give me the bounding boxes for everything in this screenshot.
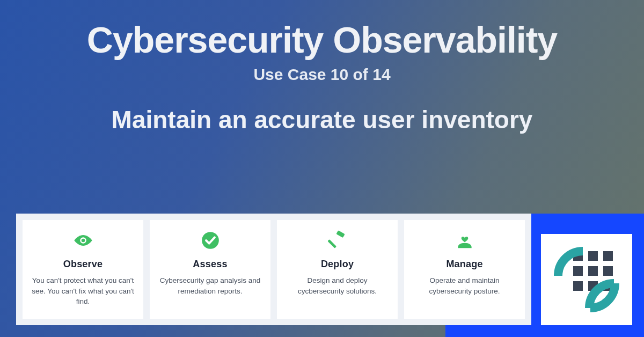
card-desc: Operate and maintain cybersecurity postu… — [412, 275, 517, 296]
svg-rect-7 — [603, 251, 613, 261]
card-desc: Design and deploy cycbersecurity solutio… — [284, 275, 390, 296]
card-title: Manage — [446, 259, 482, 270]
card-observe: Observe You can't protect what you can't… — [23, 220, 143, 319]
page-subtitle: Use Case 10 of 14 — [0, 65, 644, 84]
check-icon — [200, 230, 221, 251]
svg-rect-6 — [588, 251, 598, 261]
eye-icon — [72, 230, 94, 251]
card-desc: Cybersecurity gap analysis and remediati… — [157, 275, 263, 296]
svg-point-1 — [81, 239, 85, 243]
svg-rect-9 — [588, 266, 598, 276]
hammer-icon — [327, 230, 348, 251]
card-desc: You can't protect what you can't see. Yo… — [30, 275, 136, 307]
header-block: Cybersecurity Observability Use Case 10 … — [0, 21, 644, 84]
company-logo-icon — [552, 245, 621, 314]
svg-point-2 — [202, 232, 219, 249]
card-assess: Assess Cybersecurity gap analysis and re… — [150, 220, 270, 319]
cards-container: Observe You can't protect what you can't… — [16, 214, 531, 325]
heart-hand-icon — [454, 230, 475, 251]
card-title: Observe — [63, 259, 103, 270]
card-title: Deploy — [321, 259, 354, 270]
logo-box — [541, 234, 632, 325]
page-title: Cybersecurity Observability — [0, 21, 644, 58]
card-manage: Manage Operate and maintain cybersecurit… — [404, 220, 525, 319]
slide-canvas: Cybersecurity Observability Use Case 10 … — [0, 0, 644, 337]
svg-rect-8 — [573, 266, 583, 276]
svg-rect-3 — [336, 230, 345, 238]
card-title: Assess — [193, 259, 227, 270]
svg-rect-11 — [573, 281, 583, 291]
card-deploy: Deploy Design and deploy cycbersecurity … — [277, 220, 398, 319]
svg-rect-4 — [327, 239, 336, 248]
use-case-description: Maintain an accurate user inventory — [0, 105, 644, 136]
svg-rect-10 — [603, 266, 613, 276]
